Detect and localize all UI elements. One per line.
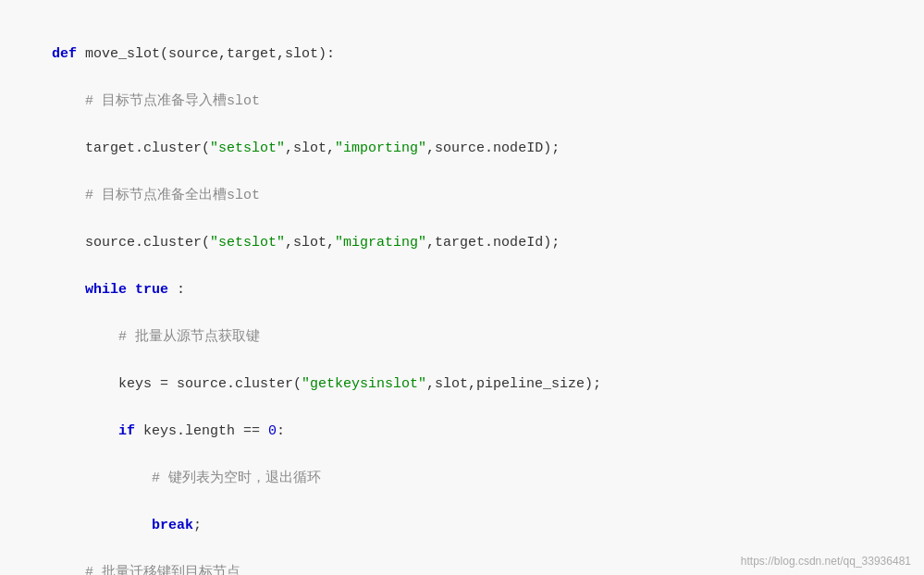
code-container: def move_slot(source,target,slot): # 目标节… [0,0,924,575]
line-comment4: # 键列表为空时，退出循环 [52,471,321,486]
line-while: while true : [52,282,185,298]
watermark: https://blog.csdn.net/qq_33936481 [741,555,911,568]
line-target-cluster: target.cluster("setslot",slot,"importing… [52,141,560,156]
line-comment1: # 目标节点准备导入槽slot [52,93,260,109]
line-def: def move_slot(source,target,slot): [52,46,335,62]
line-comment2: # 目标节点准备全出槽slot [52,188,260,203]
line-comment3: # 批量从源节点获取键 [52,329,260,345]
line-comment5: # 批量迁移键到目标节点 [52,565,240,576]
line-break: break; [52,518,202,533]
code-block: def move_slot(source,target,slot): # 目标节… [18,18,906,575]
line-source-cluster: source.cluster("setslot",slot,"migrating… [52,235,560,251]
line-keys: keys = source.cluster("getkeysinslot",sl… [52,376,601,392]
line-if-keys: if keys.length == 0: [52,423,285,439]
